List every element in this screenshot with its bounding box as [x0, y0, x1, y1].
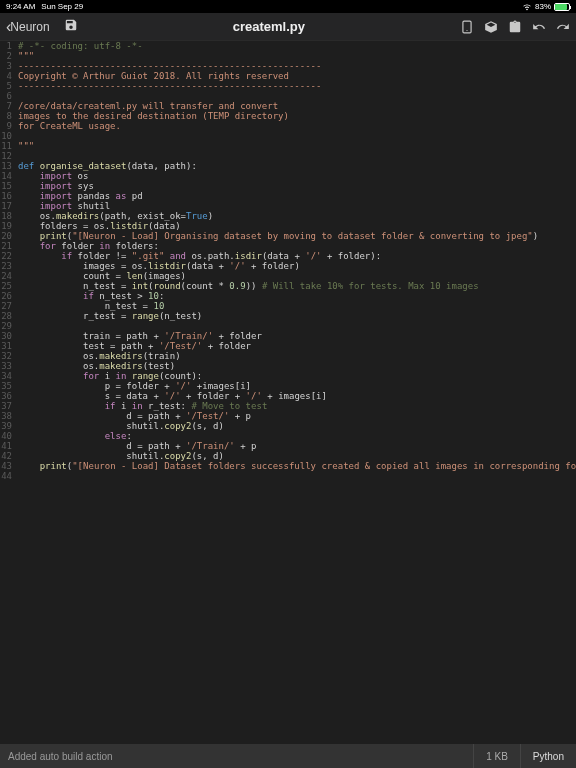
status-bar: 9:24 AM Sun Sep 29 83% [0, 0, 576, 13]
code-line[interactable]: ----------------------------------------… [18, 61, 576, 71]
code-line[interactable]: r_test = range(n_test) [18, 311, 576, 321]
code-line[interactable]: """ [18, 51, 576, 61]
page-title: createml.py [78, 19, 460, 34]
code-line[interactable]: def organise_dataset(data, path): [18, 161, 576, 171]
code-line[interactable]: import os [18, 171, 576, 181]
code-line[interactable]: test = path + '/Test/' + folder [18, 341, 576, 351]
code-line[interactable] [18, 471, 576, 481]
code-line[interactable]: if n_test > 10: [18, 291, 576, 301]
back-button[interactable]: ‹ Neuron [6, 18, 50, 36]
status-date: Sun Sep 29 [41, 2, 83, 11]
code-line[interactable]: n_test = int(round(count * 0.9)) # Will … [18, 281, 576, 291]
code-line[interactable]: if i in r_test: # Move to test [18, 401, 576, 411]
code-line[interactable]: os.makedirs(path, exist_ok=True) [18, 211, 576, 221]
code-line[interactable]: else: [18, 431, 576, 441]
code-line[interactable] [18, 321, 576, 331]
wifi-icon [522, 3, 532, 11]
code-line[interactable]: import sys [18, 181, 576, 191]
code-line[interactable]: for i in range(count): [18, 371, 576, 381]
code-line[interactable]: images = os.listdir(data + '/' + folder) [18, 261, 576, 271]
code-line[interactable]: print("[Neuron - Load] Dataset folders s… [18, 461, 576, 471]
code-line[interactable]: os.makedirs(train) [18, 351, 576, 361]
code-line[interactable]: for CreateML usage. [18, 121, 576, 131]
code-line[interactable] [18, 151, 576, 161]
code-line[interactable]: images to the desired destination (TEMP … [18, 111, 576, 121]
code-line[interactable]: import pandas as pd [18, 191, 576, 201]
device-icon[interactable] [460, 20, 474, 34]
status-message: Added auto build action [0, 751, 473, 762]
code-line[interactable]: """ [18, 141, 576, 151]
code-line[interactable]: train = path + '/Train/' + folder [18, 331, 576, 341]
language-selector[interactable]: Python [520, 744, 576, 768]
code-line[interactable]: d = path + '/Test/' + p [18, 411, 576, 421]
code-line[interactable]: folders = os.listdir(data) [18, 221, 576, 231]
nav-bar: ‹ Neuron createml.py [0, 13, 576, 41]
line-gutter: 1234567891011121314151617181920212223242… [0, 41, 16, 744]
undo-icon[interactable] [532, 20, 546, 34]
code-line[interactable]: count = len(images) [18, 271, 576, 281]
code-line[interactable]: d = path + '/Train/' + p [18, 441, 576, 451]
redo-icon[interactable] [556, 20, 570, 34]
code-line[interactable]: n_test = 10 [18, 301, 576, 311]
code-content[interactable]: # -*- coding: utf-8 -*-"""--------------… [16, 41, 576, 744]
code-line[interactable]: print("[Neuron - Load] Organising datase… [18, 231, 576, 241]
build-icon[interactable] [484, 20, 498, 34]
code-line[interactable]: /core/data/createml.py will transfer and… [18, 101, 576, 111]
code-line[interactable]: for folder in folders: [18, 241, 576, 251]
battery-percent: 83% [535, 2, 551, 11]
bottom-bar: Added auto build action 1 KB Python [0, 744, 576, 768]
code-line[interactable]: shutil.copy2(s, d) [18, 451, 576, 461]
code-line[interactable]: Copyright © Arthur Guiot 2018. All right… [18, 71, 576, 81]
file-size[interactable]: 1 KB [473, 744, 520, 768]
clipboard-icon[interactable] [508, 20, 522, 34]
code-line[interactable]: ----------------------------------------… [18, 81, 576, 91]
code-line[interactable]: s = data + '/' + folder + '/' + images[i… [18, 391, 576, 401]
save-button[interactable] [64, 18, 78, 35]
code-line[interactable]: if folder != ".git" and os.path.isdir(da… [18, 251, 576, 261]
battery-icon [554, 3, 570, 11]
code-line[interactable]: os.makedirs(test) [18, 361, 576, 371]
svg-point-1 [466, 29, 467, 30]
code-line[interactable]: shutil.copy2(s, d) [18, 421, 576, 431]
code-line[interactable]: import shutil [18, 201, 576, 211]
code-line[interactable] [18, 91, 576, 101]
back-label: Neuron [10, 20, 49, 34]
code-editor[interactable]: 1234567891011121314151617181920212223242… [0, 41, 576, 744]
status-time: 9:24 AM [6, 2, 35, 11]
code-line[interactable]: p = folder + '/' +images[i] [18, 381, 576, 391]
code-line[interactable] [18, 131, 576, 141]
code-line[interactable]: # -*- coding: utf-8 -*- [18, 41, 576, 51]
